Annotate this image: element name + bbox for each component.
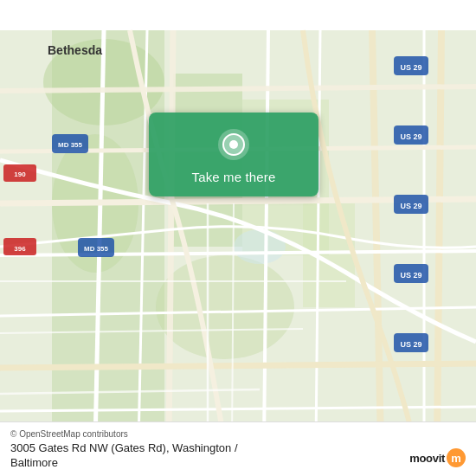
svg-point-6: [156, 255, 294, 359]
map-svg: US 29 US 29 US 29 US 29 US 29 MD 355 MD …: [0, 0, 476, 476]
svg-text:US 29: US 29: [400, 340, 421, 349]
take-me-there-button[interactable]: Take me there: [192, 170, 276, 184]
bottom-bar: © OpenStreetMap contributors 3005 Gates …: [0, 421, 476, 476]
svg-text:396: 396: [14, 245, 26, 253]
moovit-logo-text: moovit: [409, 452, 445, 465]
svg-rect-7: [303, 203, 355, 307]
svg-line-22: [0, 363, 476, 368]
svg-text:US 29: US 29: [400, 202, 421, 210]
moovit-logo: moovit m: [409, 448, 466, 467]
svg-text:MD 355: MD 355: [58, 141, 83, 149]
svg-point-8: [234, 229, 286, 264]
svg-text:190: 190: [14, 170, 26, 178]
svg-line-15: [437, 30, 441, 446]
svg-line-11: [169, 30, 173, 446]
location-pin-icon: [217, 128, 250, 161]
svg-text:US 29: US 29: [400, 132, 421, 141]
svg-text:US 29: US 29: [400, 271, 421, 280]
svg-point-50: [229, 140, 238, 149]
svg-text:MD 355: MD 355: [84, 245, 109, 253]
svg-text:Bethesda: Bethesda: [48, 43, 102, 57]
overlay-card: Take me there: [149, 113, 318, 196]
moovit-logo-m: m: [447, 448, 466, 467]
location-line2: Baltimore: [10, 456, 58, 469]
location-text: 3005 Gates Rd NW (Gates Rd), Washington …: [10, 441, 466, 471]
location-line1: 3005 Gates Rd NW (Gates Rd), Washington …: [10, 441, 238, 454]
svg-text:US 29: US 29: [400, 63, 421, 72]
map-container: US 29 US 29 US 29 US 29 US 29 MD 355 MD …: [0, 0, 476, 476]
osm-attribution: © OpenStreetMap contributors: [10, 429, 466, 439]
